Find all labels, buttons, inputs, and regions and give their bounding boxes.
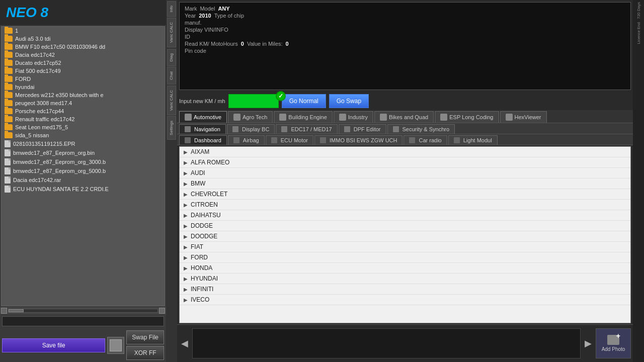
car-item-arrow: ▶ [184,297,188,303]
car-list-item[interactable]: ▶HONDA [180,263,630,274]
sub-tab-security[interactable]: Security & Synchro [387,124,455,134]
main-tab-industry[interactable]: Industry [334,111,373,123]
file-list-item[interactable]: bmwedc17_e87_Eeprom_org_3000.b [2,157,165,166]
car-list-item[interactable]: ▶BMW [180,178,630,189]
car-list-area[interactable]: ▶AIXAM▶ALFA ROMEO▶AUDI▶BMW▶CHEVROLET▶CIT… [179,146,631,323]
folder-icon [5,76,13,82]
folder-icon [5,116,13,122]
car-list-item[interactable]: ▶CHEVROLET [180,189,630,200]
car-list-item[interactable]: ▶INFINITI [180,284,630,295]
main-tab-bikes-quad[interactable]: Bikes and Quad [374,111,434,123]
file-list-item[interactable]: bmwedc17_e87_Eeprom_org_5000.b [2,166,165,175]
file-list-item[interactable]: 0281031351191215.EPR [2,139,165,148]
file-list-item[interactable]: FORD [2,75,165,83]
car-list-item[interactable]: ▶AIXAM [180,147,630,157]
sub-tab2-dashboard[interactable]: Dashboard [179,135,227,145]
car-item-label: BMW [191,180,205,187]
sub-tab-icon-security [393,126,399,132]
main-tab-hexviewer[interactable]: HexViewer [500,111,547,123]
file-list-item[interactable]: Audi a5 3.0 tdi [2,35,165,43]
vtab-varic-calc2[interactable]: Varic CALC [167,85,176,115]
swap-file-button[interactable]: Swap File [126,330,164,344]
file-list-item[interactable]: Renault traffic edc17c42 [2,115,165,123]
main-tab-building-engine[interactable]: Building Engine [274,111,332,123]
tab-icon-industry [339,114,346,121]
file-list[interactable]: 1Audi a5 3.0 tdiBMW F10 edc17c50 0281030… [2,27,165,306]
file-list-item[interactable]: 1 [2,27,165,35]
file-list-item[interactable]: sida_5 nissan [2,131,165,139]
tab-label: HexViewer [515,114,541,120]
file-list-item[interactable]: peugeot 3008 med17.4 [2,99,165,107]
vtab-varic-calc1[interactable]: Varic CALC [167,18,176,47]
vtab-chat[interactable]: Chat [167,67,176,84]
add-photo-button[interactable]: Add Photo [596,328,631,358]
info-row-km: Read KM/ MotoHours 0 Value in Miles: 0 [185,41,625,47]
km-input-box[interactable] [228,94,279,108]
file-list-item[interactable]: ECU HUYNDAI SANTA FE 2.2 CRDI.E [2,185,165,194]
sub-tab2-car-radio[interactable]: Car radio [404,135,447,145]
info-row-pin: Pin code [185,48,625,54]
floppy-button[interactable] [107,337,124,354]
scroll-right-btn[interactable] [159,308,165,314]
file-path-input[interactable] [2,316,164,326]
vtab-info[interactable]: Info [167,1,176,17]
type-chip-label: Type of chip [214,13,244,19]
main-tab-automotive[interactable]: Automotive [179,111,227,123]
car-list-item[interactable]: ▶CITROEN [180,200,630,210]
car-list-item[interactable]: ▶DAIHATSU [180,210,630,221]
photo-next-button[interactable]: ▶ [583,336,594,351]
file-item-label: Mercedes w212 e350 blutech with e [15,92,104,98]
left-bottom-input [2,316,164,326]
file-list-item[interactable]: Fiat 500 edc17c49 [2,67,165,75]
sub-tab-label: DPF Editor [354,126,381,132]
main-tab-agro-tech[interactable]: Agro Tech [228,111,273,123]
tab-label: Automotive [194,114,221,120]
go-normal-button[interactable]: Go Normal [282,94,326,108]
file-list-container[interactable]: 1Audi a5 3.0 tdiBMW F10 edc17c50 0281030… [1,26,165,306]
file-list-item[interactable]: hyundai [2,83,165,91]
file-list-item[interactable]: Dacia edc17c42.rar [2,175,165,185]
file-list-item[interactable]: Mercedes w212 e350 blutech with e [2,91,165,99]
car-list-item[interactable]: ▶ALFA ROMEO [180,157,630,168]
car-item-label: HONDA [191,264,212,272]
car-list-item[interactable]: ▶IVECO [180,295,630,305]
sub-tab-navigation[interactable]: Navigation [179,124,226,134]
file-list-item[interactable]: BMW F10 edc17c50 0281030946 dd [2,43,165,51]
file-list-item[interactable]: Ducato edc17cp52 [2,59,165,67]
sub-tab-edc17[interactable]: EDC17 / MED17 [276,124,337,134]
main-tab-esp-long[interactable]: ESP Long Coding [435,111,499,123]
xor-ff-button[interactable]: XOR FF [126,346,164,360]
file-list-item[interactable]: Seat Leon med175_5 [2,123,165,131]
file-item-label: peugeot 3008 med17.4 [15,100,72,106]
sub-tab2-immo[interactable]: IMMO BSI EWS ZGW UCH [314,135,403,145]
tab-icon-building-engine [279,114,286,121]
sub-tab-dpf-editor[interactable]: DPF Editor [339,124,386,134]
car-list-item[interactable]: ▶AUDI [180,168,630,178]
tab-icon-automotive [185,114,192,121]
file-list-item[interactable]: Porsche edc17cp44 [2,107,165,115]
sub-tab2-icon-immo [320,137,326,143]
year-value: 2010 [199,13,211,19]
sub-tabs: NavigationDisplay BCEDC17 / MED17DPF Edi… [177,123,633,134]
car-list-item[interactable]: ▶DODGE [180,221,630,231]
sub-tab2-ecu-motor[interactable]: ECU Motor [266,135,313,145]
sub-tab2-light-modul[interactable]: Light Modul [448,135,498,145]
vtab-settings[interactable]: Settings [167,116,176,140]
car-list-item[interactable]: ▶DOODGE [180,231,630,242]
car-list-item[interactable]: ▶HYUNDAI [180,274,630,284]
sub-tab2-airbag[interactable]: Airbag [228,135,265,145]
photo-prev-button[interactable]: ◀ [179,336,190,351]
car-list-item[interactable]: ▶FORD [180,252,630,263]
go-swap-button[interactable]: Go Swap [329,94,369,108]
sub-tab-label: EDC17 / MED17 [291,126,332,132]
save-file-button[interactable]: Save file [2,338,105,352]
model-label-text: Model [200,6,215,12]
vtab-diag[interactable]: Diag [167,49,176,66]
file-list-item[interactable]: bmwedc17_e87_Eeprom_org.bin [2,148,165,157]
scroll-left-btn[interactable] [1,308,7,314]
sub-tab-display-bc[interactable]: Display BC [227,124,275,134]
file-list-item[interactable]: Dacia edc17c42 [2,51,165,59]
horizontal-scrollbar[interactable] [0,307,166,314]
scroll-thumb[interactable] [9,309,24,312]
car-list-item[interactable]: ▶FIAT [180,242,630,252]
